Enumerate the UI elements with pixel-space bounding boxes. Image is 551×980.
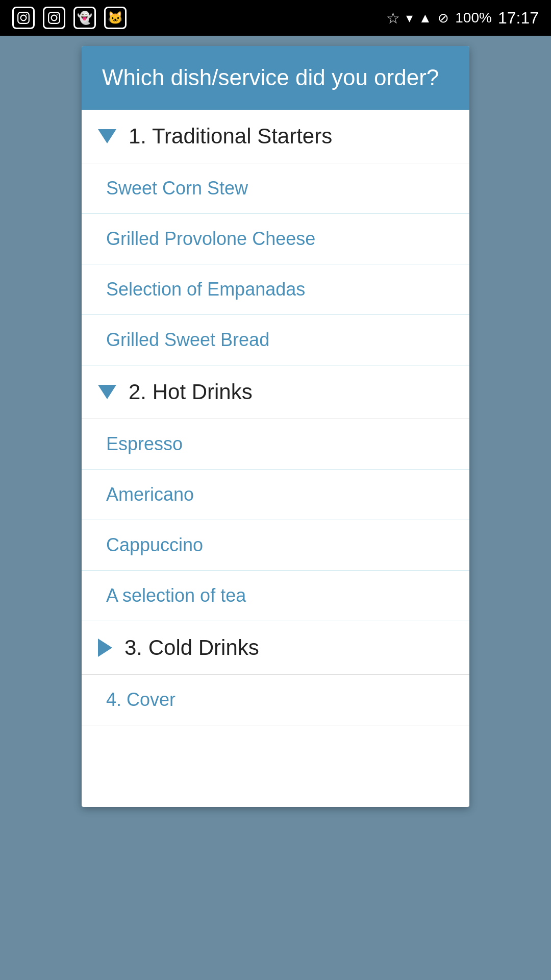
menu-item-label-americano: Americano (106, 484, 445, 505)
signal-icon: ▲ (419, 10, 432, 26)
section-label-traditional-starters: 1. Traditional Starters (129, 124, 332, 149)
main-card: Which dish/service did you order? 1. Tra… (82, 46, 469, 807)
menu-item-sweet-corn-stew[interactable]: Sweet Corn Stew (82, 163, 469, 214)
menu-item-label-selection-of-tea: A selection of tea (106, 585, 445, 606)
wifi-icon: ▾ (406, 10, 413, 26)
card-header: Which dish/service did you order? (82, 46, 469, 110)
status-bar: 👻 🐱 ☆ ▾ ▲ ⊘ 100% 17:17 (0, 0, 551, 36)
menu-item-label-grilled-sweet-bread: Grilled Sweet Bread (106, 329, 445, 351)
cat-icon: 🐱 (104, 7, 127, 29)
svg-point-4 (52, 15, 57, 21)
menu-item-label-grilled-provolone-cheese: Grilled Provolone Cheese (106, 228, 445, 250)
bottom-spacer (82, 725, 469, 807)
svg-rect-0 (18, 12, 29, 23)
menu-item-americano[interactable]: Americano (82, 470, 469, 520)
svg-point-5 (57, 14, 58, 15)
star-icon: ☆ (386, 9, 400, 27)
svg-point-2 (26, 14, 27, 15)
menu-item-label-selection-of-empanadas: Selection of Empanadas (106, 279, 445, 300)
section-hot-drinks[interactable]: 2. Hot Drinks (82, 365, 469, 419)
expand-icon-hot-drinks (98, 385, 116, 399)
ghost-icon: 👻 (73, 7, 96, 29)
svg-rect-3 (48, 12, 60, 23)
menu-item-cappuccino[interactable]: Cappuccino (82, 520, 469, 571)
menu-item-selection-of-empanadas[interactable]: Selection of Empanadas (82, 264, 469, 315)
menu-item-label-sweet-corn-stew: Sweet Corn Stew (106, 178, 445, 199)
screen-wrapper: Which dish/service did you order? 1. Tra… (0, 36, 551, 980)
clock: 17:17 (498, 9, 539, 28)
menu-item-selection-of-tea[interactable]: A selection of tea (82, 571, 469, 621)
status-bar-left: 👻 🐱 (12, 7, 127, 29)
section-traditional-starters[interactable]: 1. Traditional Starters (82, 110, 469, 163)
cover-label: 4. Cover (106, 689, 445, 710)
expand-icon-traditional-starters (98, 129, 116, 143)
section-label-cold-drinks: 3. Cold Drinks (124, 635, 259, 660)
instagram-alt-icon (43, 7, 65, 29)
section-cold-drinks[interactable]: 3. Cold Drinks (82, 621, 469, 675)
menu-item-label-espresso: Espresso (106, 433, 445, 455)
menu-item-grilled-sweet-bread[interactable]: Grilled Sweet Bread (82, 315, 469, 365)
cover-row[interactable]: 4. Cover (82, 675, 469, 725)
expand-icon-cold-drinks (98, 639, 112, 657)
svg-point-1 (21, 15, 27, 21)
menu-item-label-cappuccino: Cappuccino (106, 534, 445, 556)
menu-item-espresso[interactable]: Espresso (82, 419, 469, 470)
section-label-hot-drinks: 2. Hot Drinks (129, 380, 253, 404)
instagram-icon (12, 7, 35, 29)
status-bar-right: ☆ ▾ ▲ ⊘ 100% 17:17 (386, 9, 539, 28)
header-title: Which dish/service did you order? (102, 64, 449, 91)
battery-percent: 100% (455, 10, 492, 26)
battery-icon: ⊘ (438, 10, 449, 26)
menu-item-grilled-provolone-cheese[interactable]: Grilled Provolone Cheese (82, 214, 469, 264)
